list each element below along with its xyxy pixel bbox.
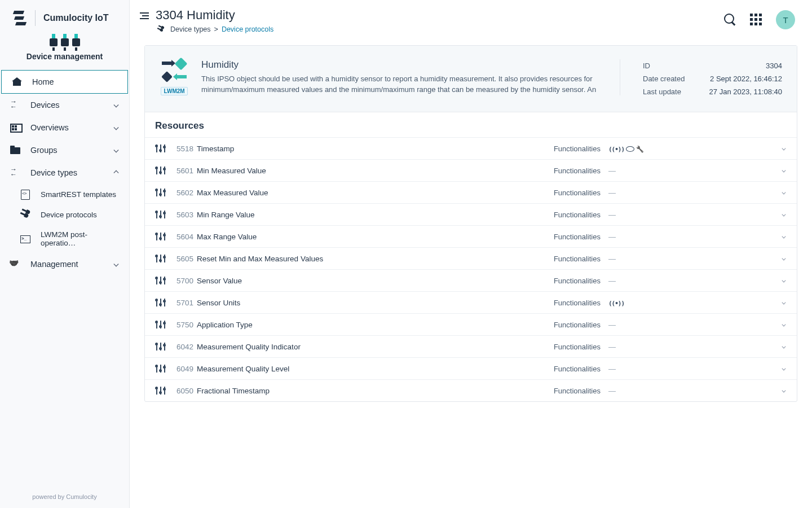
- module-hero: Device management: [0, 32, 129, 67]
- resource-row[interactable]: 6042Measurement Quality IndicatorFunctio…: [145, 335, 797, 357]
- collapse-sidebar-icon[interactable]: [139, 12, 149, 23]
- nav-label: Devices: [30, 100, 60, 110]
- resource-row[interactable]: 5750Application TypeFunctionalities—: [145, 313, 797, 335]
- nav-label: SmartREST templates: [41, 190, 116, 199]
- chevron-down-icon: [782, 388, 785, 392]
- chevron-down-icon: [113, 125, 118, 130]
- avatar[interactable]: T: [776, 10, 795, 29]
- page-title: 3304 Humidity: [156, 8, 717, 23]
- resource-icon: [155, 364, 166, 374]
- nav-device-protocols[interactable]: Device protocols: [6, 204, 129, 225]
- resource-row[interactable]: 5701Sensor UnitsFunctionalities: [145, 291, 797, 313]
- resource-row[interactable]: 5604Max Range ValueFunctionalities—: [145, 225, 797, 247]
- breadcrumb-root[interactable]: Device types: [170, 25, 211, 33]
- resource-row[interactable]: 5605Reset Min and Max Measured ValuesFun…: [145, 247, 797, 269]
- resource-name: Max Range Value: [197, 233, 493, 241]
- func-none: —: [601, 343, 646, 351]
- wrench-icon: [636, 144, 644, 153]
- nav: Home Devices Overviews Groups Device typ…: [0, 70, 129, 275]
- footer: powered by Cumulocity: [0, 485, 129, 508]
- resource-name: Reset Min and Max Measured Values: [197, 255, 493, 263]
- resource-name: Application Type: [197, 321, 493, 329]
- chevron-down-icon: [782, 322, 785, 326]
- functionalities-label: Functionalities: [493, 387, 601, 395]
- breadcrumb-current[interactable]: Device protocols: [222, 25, 273, 33]
- resource-code: 5601: [176, 167, 193, 175]
- nav-label: Home: [32, 77, 54, 86]
- resource-code: 5518: [176, 144, 193, 153]
- protocol-badge: LWM2M: [161, 87, 187, 95]
- protocol-icon: LWM2M: [160, 59, 189, 95]
- resource-icon: [155, 386, 166, 396]
- resource-row[interactable]: 5601Min Measured ValueFunctionalities—: [145, 159, 797, 181]
- resource-name: Measurement Quality Indicator: [197, 343, 493, 351]
- chevron-down-icon: [782, 146, 785, 150]
- nav-label: Device types: [30, 168, 77, 177]
- resource-icon: [155, 231, 166, 242]
- functionalities-label: Functionalities: [493, 277, 601, 285]
- resource-icon: [155, 297, 166, 308]
- management-icon: [10, 260, 21, 269]
- resource-row[interactable]: 5700Sensor ValueFunctionalities—: [145, 269, 797, 291]
- protocols-icon: [19, 208, 33, 221]
- resource-name: Sensor Value: [197, 277, 493, 285]
- device-types-icon: [10, 168, 21, 177]
- resource-row[interactable]: 6050Fractional TimestampFunctionalities—: [145, 379, 797, 401]
- nav-devices[interactable]: Devices: [0, 94, 129, 116]
- resource-code: 5604: [176, 233, 193, 241]
- func-icons: [601, 299, 646, 307]
- home-icon: [12, 77, 23, 86]
- nav-label: Device protocols: [41, 211, 97, 219]
- resource-code: 6049: [176, 365, 193, 373]
- nav-groups[interactable]: Groups: [0, 139, 129, 161]
- func-none: —: [601, 277, 646, 285]
- breadcrumb: Device types > Device protocols: [156, 25, 717, 34]
- smartrest-icon: [20, 190, 32, 199]
- resource-name: Min Range Value: [197, 211, 493, 219]
- nav-device-types[interactable]: Device types: [0, 161, 129, 184]
- resource-name: Measurement Quality Level: [197, 365, 493, 373]
- groups-icon: [10, 146, 21, 155]
- nav-label: LWM2M post-operatio…: [41, 230, 119, 247]
- resource-code: 5605: [176, 255, 193, 263]
- search-icon[interactable]: [724, 14, 736, 26]
- functionalities-label: Functionalities: [493, 299, 601, 307]
- functionalities-label: Functionalities: [493, 233, 601, 241]
- resource-row[interactable]: 5518TimestampFunctionalities: [145, 137, 797, 159]
- chevron-up-icon: [113, 170, 118, 175]
- nav-home[interactable]: Home: [1, 70, 128, 94]
- resource-row[interactable]: 5602Max Measured ValueFunctionalities—: [145, 181, 797, 203]
- nav-lwm2m-post-ops[interactable]: LWM2M post-operatio…: [6, 225, 129, 253]
- functionalities-label: Functionalities: [493, 255, 601, 263]
- nav-label: Groups: [30, 146, 58, 155]
- chevron-down-icon: [782, 278, 785, 282]
- resource-icon: [155, 341, 166, 352]
- app-switcher-icon[interactable]: [750, 14, 762, 26]
- protocol-card: LWM2M Humidity This IPSO object should b…: [144, 45, 797, 402]
- resource-icon: [155, 187, 166, 198]
- resources-list: 5518TimestampFunctionalities5601Min Meas…: [145, 137, 797, 401]
- func-icons: [601, 144, 646, 153]
- main: 3304 Humidity Device types > Device prot…: [130, 0, 812, 508]
- protocol-description: This IPSO object should be used with a h…: [201, 74, 608, 95]
- resource-icon: [155, 143, 166, 154]
- functionalities-label: Functionalities: [493, 144, 601, 153]
- brand-logo: [12, 11, 27, 25]
- topbar: 3304 Humidity Device types > Device prot…: [130, 0, 812, 38]
- nav-management[interactable]: Management: [0, 253, 129, 275]
- resource-icon: [155, 165, 166, 176]
- resource-code: 5750: [176, 321, 193, 329]
- chevron-down-icon: [782, 212, 785, 216]
- resource-name: Max Measured Value: [197, 189, 493, 197]
- overviews-icon: [10, 123, 21, 132]
- resource-code: 5701: [176, 299, 193, 307]
- resource-row[interactable]: 5603Min Range ValueFunctionalities—: [145, 203, 797, 225]
- breadcrumb-icon: [156, 25, 166, 34]
- resource-row[interactable]: 6049Measurement Quality LevelFunctionali…: [145, 357, 797, 379]
- sidebar: Cumulocity IoT Device management Home De…: [0, 0, 130, 508]
- nav-smartrest[interactable]: SmartREST templates: [6, 184, 129, 204]
- chevron-down-icon: [782, 256, 785, 260]
- brand-block: Cumulocity IoT: [0, 0, 129, 32]
- resource-icon: [155, 319, 166, 330]
- nav-overviews[interactable]: Overviews: [0, 116, 129, 139]
